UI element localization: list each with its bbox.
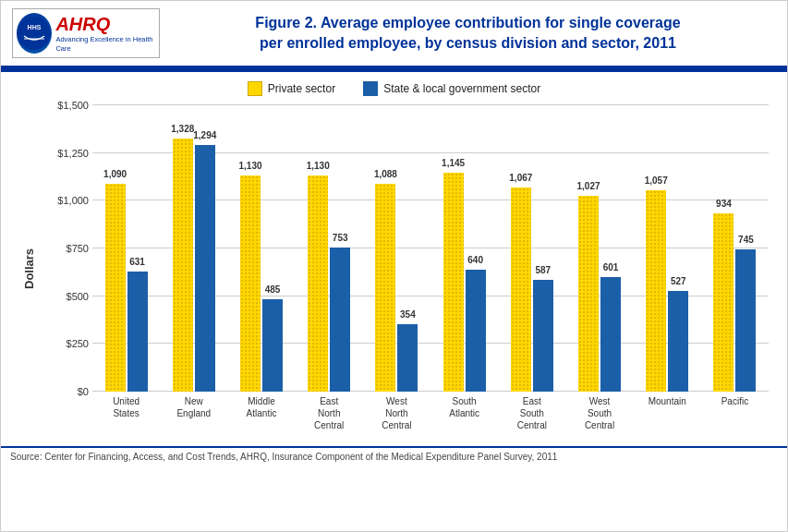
bar-value-govt: 745 xyxy=(738,235,754,245)
bar-group: 1,067587 xyxy=(498,105,565,392)
bar-group: 1,130753 xyxy=(296,105,363,392)
svg-point-0 xyxy=(18,17,51,50)
bar-value-govt: 587 xyxy=(535,265,551,275)
bar-govt: 601 xyxy=(600,277,621,392)
y-axis-label: Dollars xyxy=(19,105,38,431)
bar-value-private: 1,130 xyxy=(238,161,261,171)
chart-with-yaxis: Dollars $0$250$500$750$1,000$1,250$1,500… xyxy=(19,105,769,431)
chart-inner: $0$250$500$750$1,000$1,250$1,5001,090631… xyxy=(42,105,769,431)
bar-private: 1,328 xyxy=(173,139,193,392)
svg-text:HHS: HHS xyxy=(28,24,42,30)
bar-value-private: 1,130 xyxy=(307,161,330,171)
x-label: UnitedStates xyxy=(92,392,160,431)
bar-private: 934 xyxy=(713,213,733,392)
x-label: WestNorthCentral xyxy=(363,392,430,431)
bar-group: 1,145640 xyxy=(430,105,498,392)
x-labels: UnitedStatesNewEnglandMiddleAtlanticEast… xyxy=(92,392,769,431)
bar-value-private: 1,328 xyxy=(171,124,194,134)
grid-area: $0$250$500$750$1,000$1,250$1,5001,090631… xyxy=(92,105,769,392)
x-label: Mountain xyxy=(634,392,701,431)
private-swatch xyxy=(248,81,262,96)
bar-govt: 1,294 xyxy=(195,145,215,392)
bar-govt: 640 xyxy=(466,270,486,392)
govt-swatch xyxy=(363,81,378,96)
bar-group: 934745 xyxy=(701,105,769,392)
bar-value-private: 1,027 xyxy=(577,181,600,191)
bar-private: 1,027 xyxy=(578,196,599,392)
bar-value-govt: 485 xyxy=(265,284,281,295)
bar-value-govt: 1,294 xyxy=(193,130,216,140)
y-tick-label: $0 xyxy=(78,386,89,397)
y-tick-label: $750 xyxy=(67,243,89,254)
bar-govt: 354 xyxy=(397,324,418,392)
bar-private: 1,067 xyxy=(511,187,531,392)
bar-private: 1,090 xyxy=(105,184,126,392)
bar-value-govt: 631 xyxy=(129,257,145,267)
chart-area: Private sector State & local government … xyxy=(1,72,787,441)
x-label: Pacific xyxy=(701,392,769,431)
ahrq-logo: AHRQ Advancing Excellence in Health Care xyxy=(55,14,155,54)
x-label: EastSouthCentral xyxy=(498,392,565,431)
bar-private: 1,145 xyxy=(443,173,464,392)
bar-group: 1,088354 xyxy=(363,105,430,392)
header-title: Figure 2. Average employee contribution … xyxy=(160,13,776,54)
ahrq-sub: Advancing Excellence in Health Care xyxy=(55,35,155,54)
bar-value-private: 934 xyxy=(716,199,732,209)
bar-value-private: 1,088 xyxy=(374,169,397,179)
bar-value-private: 1,057 xyxy=(645,175,668,186)
x-label: NewEngland xyxy=(160,392,227,431)
bars-container: 1,0906311,3281,2941,1304851,1307531,0883… xyxy=(92,105,769,392)
y-tick-label: $1,000 xyxy=(57,195,89,206)
logo-box: HHS AHRQ Advancing Excellence in Health … xyxy=(12,8,160,58)
bar-value-private: 1,090 xyxy=(103,169,127,179)
bar-govt: 485 xyxy=(262,299,283,392)
source-text: Source: Center for Financing, Access, an… xyxy=(1,448,787,466)
bar-value-govt: 640 xyxy=(467,255,483,265)
bar-value-private: 1,145 xyxy=(442,158,465,168)
legend-item-govt: State & local government sector xyxy=(363,81,540,96)
x-label: SouthAtlantic xyxy=(430,392,498,431)
header: HHS AHRQ Advancing Excellence in Health … xyxy=(1,1,787,68)
y-tick-label: $500 xyxy=(67,291,89,302)
bar-govt: 753 xyxy=(330,248,350,392)
bar-group: 1,027601 xyxy=(565,105,633,392)
bar-govt: 631 xyxy=(127,272,148,392)
bar-value-govt: 601 xyxy=(603,262,619,272)
bar-private: 1,088 xyxy=(375,184,395,392)
logo-area: HHS AHRQ Advancing Excellence in Health … xyxy=(12,8,160,58)
govt-label: State & local government sector xyxy=(383,82,540,95)
bar-govt: 587 xyxy=(533,280,553,392)
bar-private: 1,130 xyxy=(308,175,328,392)
bar-group: 1,130485 xyxy=(227,105,295,392)
legend: Private sector State & local government … xyxy=(19,81,769,96)
x-label: EastNorthCentral xyxy=(296,392,363,431)
bar-value-private: 1,067 xyxy=(509,173,532,183)
x-label: MiddleAtlantic xyxy=(227,392,295,431)
page: HHS AHRQ Advancing Excellence in Health … xyxy=(0,0,788,532)
bar-group: 1,3281,294 xyxy=(160,105,227,392)
ahrq-text: AHRQ xyxy=(55,14,110,35)
bar-value-govt: 354 xyxy=(400,309,416,320)
bar-group: 1,057527 xyxy=(634,105,701,392)
bar-value-govt: 527 xyxy=(671,276,686,286)
bar-govt: 527 xyxy=(668,291,688,392)
bar-private: 1,057 xyxy=(646,190,666,392)
y-tick-label: $1,500 xyxy=(57,100,89,111)
chart-title: Figure 2. Average employee contribution … xyxy=(160,13,776,54)
hhs-logo: HHS xyxy=(17,13,52,54)
bar-group: 1,090631 xyxy=(92,105,160,392)
private-label: Private sector xyxy=(268,82,335,95)
legend-item-private: Private sector xyxy=(248,81,335,96)
y-tick-label: $250 xyxy=(67,338,89,349)
bar-govt: 745 xyxy=(735,249,756,392)
x-label: WestSouthCentral xyxy=(565,392,633,431)
bar-private: 1,130 xyxy=(240,175,261,392)
y-tick-label: $1,250 xyxy=(57,148,89,159)
bar-value-govt: 753 xyxy=(333,233,348,243)
